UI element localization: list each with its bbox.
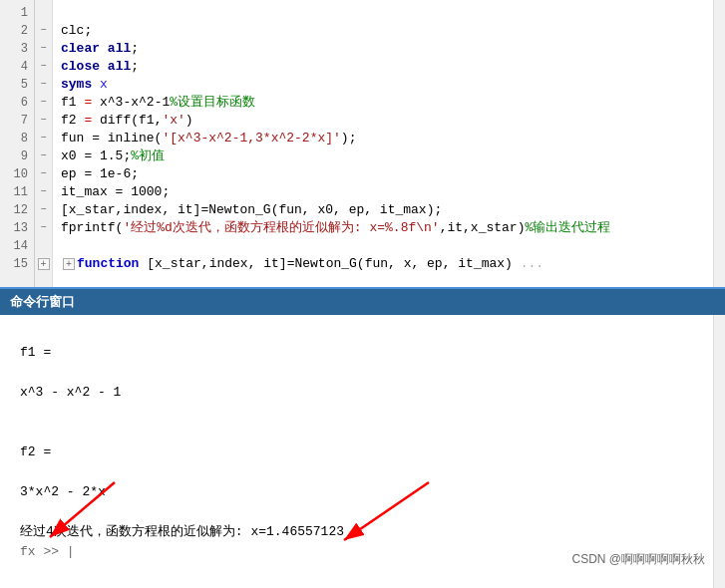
code-line-11: it_max = 1000;	[61, 183, 717, 201]
code-line-3: clear all;	[61, 40, 717, 58]
editor-panel: 1 2 3 4 5 6 7 8 9 10 11 12 13 14 15 − − …	[0, 0, 725, 289]
code-line-9: x0 = 1.5;%初值	[61, 147, 717, 165]
cmd-window-header: 命令行窗口	[0, 289, 725, 315]
code-line-6: f1 = x^3-x^2-1%设置目标函数	[61, 94, 717, 112]
cmd-line-blank1	[20, 323, 705, 343]
cmd-line-f2-label: f2 =	[20, 442, 705, 462]
editor-scrollbar[interactable]	[713, 0, 725, 289]
code-line-13: fprintf('经过%d次迭代，函数方程根的近似解为: x=%.8f\n',i…	[61, 219, 717, 237]
code-line-7: f2 = diff(f1,'x')	[61, 112, 717, 130]
code-line-5: syms x	[61, 76, 717, 94]
cmd-body[interactable]: f1 = x^3 - x^2 - 1 f2 = 3*x^2 - 2*x 经过4次…	[0, 315, 725, 588]
arrow-right	[329, 482, 449, 552]
svg-line-3	[344, 482, 429, 540]
line-numbers: 1 2 3 4 5 6 7 8 9 10 11 12 13 14 15	[0, 0, 35, 287]
code-editor[interactable]: clc; clear all; close all; syms x f1 = x…	[53, 0, 725, 287]
svg-line-1	[50, 482, 115, 537]
code-line-12: [x_star,index, it]=Newton_G(fun, x0, ep,…	[61, 201, 717, 219]
cmd-line-blank2	[20, 363, 705, 383]
cmd-line-blank3	[20, 403, 705, 423]
cmd-line-f1-label: f1 =	[20, 343, 705, 363]
code-line-2: clc;	[61, 22, 717, 40]
cmd-line-blank4	[20, 423, 705, 442]
code-line-14	[61, 237, 717, 255]
command-window: 命令行窗口 f1 = x^3 - x^2 - 1 f2 = 3*x^2 - 2*…	[0, 289, 725, 588]
cmd-line-f1-value: x^3 - x^2 - 1	[20, 383, 705, 403]
code-line-10: ep = 1e-6;	[61, 165, 717, 183]
code-line-15: +function [x_star,index, it]=Newton_G(fu…	[61, 255, 717, 273]
fold-indicators: − − − − − − − − − − − − +	[35, 0, 53, 287]
cmd-scrollbar[interactable]	[713, 315, 725, 588]
code-line-4: close all;	[61, 58, 717, 76]
cmd-line-blank5	[20, 462, 705, 482]
code-line-8: fun = inline('[x^3-x^2-1,3*x^2-2*x]');	[61, 130, 717, 147]
arrow-left	[35, 482, 135, 552]
cmd-window-title: 命令行窗口	[10, 293, 75, 311]
code-line-1	[61, 4, 717, 22]
